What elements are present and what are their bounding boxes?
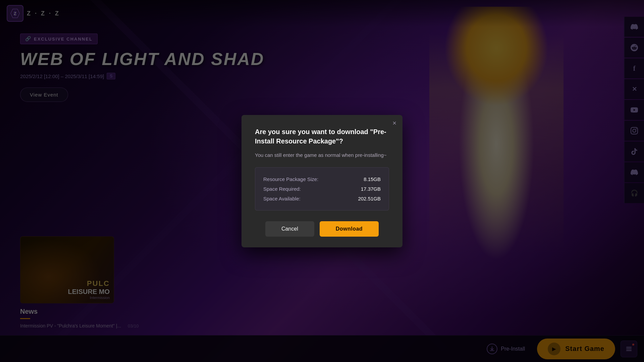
space-available-label: Space Available: — [263, 196, 301, 201]
modal-close-button[interactable]: × — [392, 120, 396, 126]
modal-title: Are you sure you want to download "Pre-I… — [255, 127, 389, 146]
modal-info-box: Resource Package Size: 8.15GB Space Requ… — [255, 167, 389, 210]
modal-description: You can still enter the game as normal w… — [255, 151, 389, 159]
space-required-value: 17.37GB — [361, 186, 381, 192]
package-size-row: Resource Package Size: 8.15GB — [263, 174, 381, 184]
modal-buttons: Cancel Download — [255, 221, 389, 237]
space-available-row: Space Available: 202.51GB — [263, 194, 381, 203]
modal-overlay: × Are you sure you want to download "Pre… — [0, 0, 644, 362]
space-required-row: Space Required: 17.37GB — [263, 184, 381, 194]
download-confirmation-modal: × Are you sure you want to download "Pre… — [241, 115, 402, 247]
space-available-value: 202.51GB — [358, 196, 381, 201]
space-required-label: Space Required: — [263, 186, 301, 192]
package-size-value: 8.15GB — [364, 176, 381, 182]
package-size-label: Resource Package Size: — [263, 176, 318, 182]
download-button[interactable]: Download — [320, 221, 379, 237]
cancel-button[interactable]: Cancel — [265, 221, 314, 237]
